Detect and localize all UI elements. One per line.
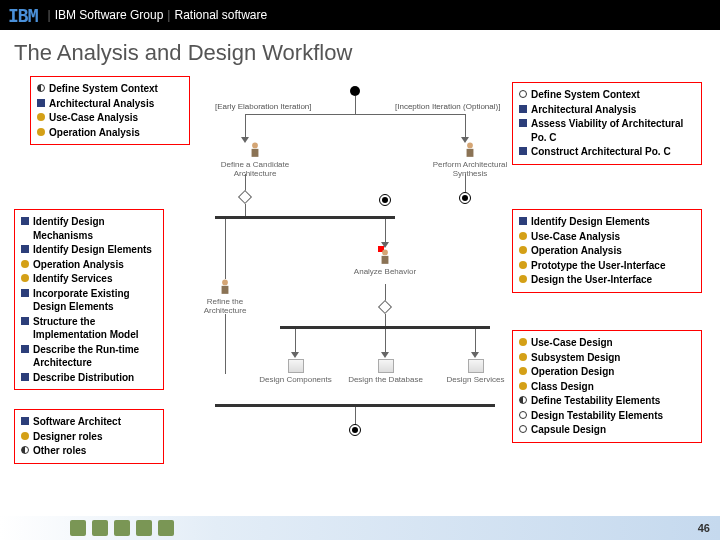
page-title: The Analysis and Design Workflow	[0, 30, 720, 74]
box-lower-right: Use-Case Design Subsystem Design Operati…	[512, 330, 702, 443]
content-area: Define System Context Architectural Anal…	[0, 74, 720, 529]
node-design-database: Design the Database	[348, 359, 423, 384]
footer-icon[interactable]	[114, 520, 130, 536]
box-top-left: Define System Context Architectural Anal…	[30, 76, 190, 145]
header-product: Rational software	[174, 8, 267, 22]
box-top-right: Define System Context Architectural Anal…	[512, 82, 702, 165]
svg-point-2	[467, 143, 473, 149]
svg-point-0	[252, 143, 258, 149]
end-node-synthesis	[459, 192, 471, 204]
header-divider: |	[48, 8, 51, 22]
node-design-components: Design Components	[258, 359, 333, 384]
svg-rect-1	[252, 149, 259, 157]
node-define-candidate: Define a Candidate Architecture	[215, 142, 295, 178]
workflow-diagram: [Early Elaboration Iteration] [Inception…	[200, 74, 520, 474]
footer-bar: 46	[0, 516, 720, 540]
svg-point-6	[222, 280, 228, 286]
node-refine-arch: Refine the Architecture	[185, 279, 265, 315]
footer-icon[interactable]	[70, 520, 86, 536]
box-mid-left: Identify Design Mechanisms Identify Desi…	[14, 209, 164, 390]
node-analyze-behavior: Analyze Behavior	[345, 249, 425, 276]
svg-rect-5	[382, 256, 389, 264]
start-node	[350, 86, 360, 96]
node-perform-synthesis: Perform Architectural Synthesis	[425, 142, 515, 178]
svg-rect-7	[222, 286, 229, 294]
footer-icon[interactable]	[92, 520, 108, 536]
page-number: 46	[698, 522, 710, 534]
header-group: IBM Software Group	[55, 8, 164, 22]
ibm-logo: IBM	[8, 5, 38, 26]
svg-rect-3	[467, 149, 474, 157]
svg-point-4	[382, 250, 388, 256]
header-divider: |	[167, 8, 170, 22]
footer-nav-icons	[70, 520, 174, 536]
box-mid-right: Identify Design Elements Use-Case Analys…	[512, 209, 702, 293]
node-design-services: Design Services	[438, 359, 513, 384]
footer-icon[interactable]	[136, 520, 152, 536]
end-node-bottom	[349, 424, 361, 436]
header-bar: IBM | IBM Software Group | Rational soft…	[0, 0, 720, 30]
box-bottom-left: Software Architect Designer roles Other …	[14, 409, 164, 464]
footer-icon[interactable]	[158, 520, 174, 536]
end-node-top	[379, 194, 391, 206]
